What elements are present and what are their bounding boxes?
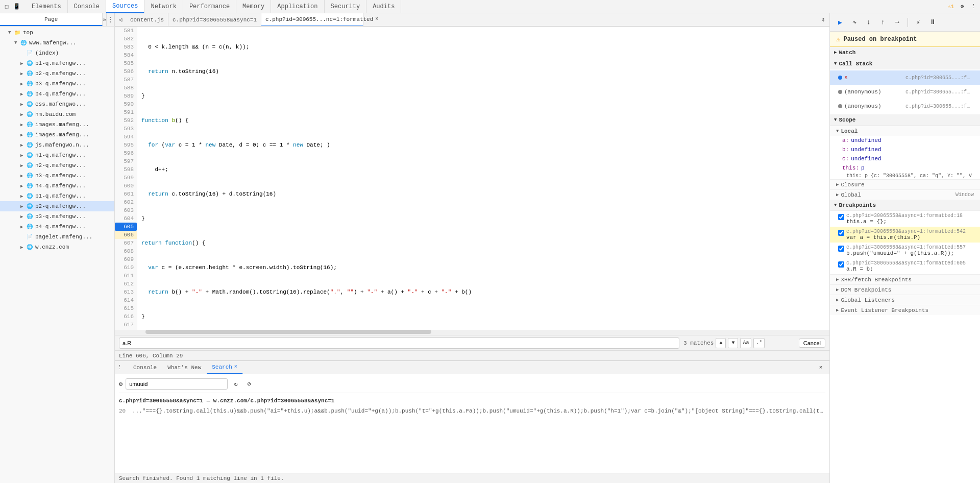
inspect-icon[interactable]: ⬚ [2,2,11,11]
tree-item-js[interactable]: ▶🌐js.mafengwo.n... [0,140,114,150]
tab-network[interactable]: Network [144,0,183,13]
call-stack-item-anon1[interactable]: (anonymous) c.php?id=300655...:formatted… [830,85,980,99]
paused-banner: ⚠ Paused on breakpoint [830,32,980,47]
step-over-btn[interactable]: ↷ [848,16,861,29]
tree-item-index[interactable]: ▶📄(index) [0,48,114,58]
tree-item-p3[interactable]: ▶🌐p3-q.mafengw... [0,211,114,222]
global-listeners-section[interactable]: ▶ Global Listeners [830,295,980,305]
bp-item-4[interactable]: c.php?id=30065558&async=1:formatted:605 … [830,258,980,274]
tree-item-b4[interactable]: ▶🌐b4-q.mafengw... [0,89,114,99]
resume-btn[interactable]: ▶ [834,16,846,29]
search-refresh-btn[interactable]: ↻ [231,379,241,389]
line-numbers: 581 582 583 584 585 586 587 588 589 590 … [115,27,137,335]
search-tab-close[interactable]: × [234,364,237,370]
more-menu-icon[interactable]: ⋮ [969,2,978,11]
deactivate-breakpoints-btn[interactable]: ⚡ [912,16,924,29]
settings-icon[interactable]: ⚙ [958,2,967,11]
breakpoints-section-header[interactable]: ▼ Breakpoints [830,200,980,211]
search-result-line[interactable]: 20 ..."==={}.toString.call(this.u)&&b.pu… [119,406,825,416]
call-stack-dot-anon2 [838,104,842,108]
watch-section-header[interactable]: ▶ Watch [830,47,980,58]
match-case-btn[interactable]: Aa [740,338,751,348]
scope-section-header[interactable]: ▼ Scope [830,114,980,126]
sidebar-page-tab[interactable]: Page [0,13,103,26]
tab-memory[interactable]: Memory [236,0,271,13]
tree-item-p1[interactable]: ▶🌐p1-q.mafengw... [0,191,114,201]
tab-security[interactable]: Security [325,0,367,13]
call-stack-section-header[interactable]: ▼ Call Stack [830,58,980,69]
scope-var-c[interactable]: c:undefined [830,154,980,163]
tab-sources[interactable]: Sources [106,0,144,13]
tree-item-cnzz[interactable]: ▶🌐w.cnzz.com [0,242,114,252]
closure-section[interactable]: ▶ Closure [830,179,980,189]
step-into-btn[interactable]: ↓ [863,16,875,29]
tree-item-n4[interactable]: ▶🌐n4-q.mafengw... [0,181,114,191]
tab-performance[interactable]: Performance [183,0,236,13]
local-scope-header[interactable]: ▼ Local [830,126,980,136]
call-stack-item-anon2[interactable]: (anonymous) c.php?id=300655...:formatted… [830,99,980,113]
tree-item-top[interactable]: ▼📁top [0,28,114,38]
editor-tab-async[interactable]: c.php?id=30065558&async=1 [168,13,261,27]
tree-item-p4[interactable]: ▶🌐p4-q.mafengw... [0,222,114,232]
bottom-tab-search[interactable]: Search × [207,361,243,374]
sidebar-more-tab[interactable]: » [103,13,107,26]
tab-elements[interactable]: Elements [26,0,68,13]
sidebar-menu-icon[interactable]: ⋮ [107,13,114,26]
device-toolbar-icon[interactable]: 📱 [12,2,21,11]
tree-item-pagelet[interactable]: ▶📄pagelet.mafeng... [0,232,114,242]
tree-item-n1[interactable]: ▶🌐n1-q.mafengw... [0,150,114,160]
tree-item-b1[interactable]: ▶🌐b1-q.mafengw... [0,58,114,68]
bp-item-2[interactable]: c.php?id=30065558&async=1:formatted:542 … [830,227,980,243]
scope-var-this-detail[interactable]: this: p {c: "30065558", ca: "q", Y: "", … [830,173,973,179]
paused-warning-icon: ⚠ [836,35,840,43]
call-stack-item-s[interactable]: s c.php?id=300655...:formatted:542 [830,70,980,85]
paused-message: Paused on breakpoint [843,36,917,43]
tab-audits[interactable]: Audits [366,0,401,13]
tree-item-img2[interactable]: ▶🌐images.mafeng... [0,130,114,140]
bottom-tab-whatsnew[interactable]: What's New [162,361,207,374]
editor-search-input[interactable] [119,337,679,349]
tree-item-css[interactable]: ▶🌐css.mafengwo... [0,99,114,109]
bottom-panel-close[interactable]: × [816,363,825,372]
bottom-search-input[interactable] [126,378,228,390]
tree-item-n3[interactable]: ▶🌐n3-q.mafengw... [0,171,114,181]
bottom-panel-content: ⚙ ↻ ⊘ c.php?id=30065558&async=1 — w.cnzz… [115,374,829,473]
cursor-position: Line 606, Column 29 [119,353,183,359]
scope-var-this[interactable]: this:p [830,163,980,173]
bottom-tab-console[interactable]: Console [128,361,162,374]
search-prev-btn[interactable]: ▲ [716,338,726,348]
tree-item-img1[interactable]: ▶🌐images.mafeng... [0,119,114,130]
tree-item-b3[interactable]: ▶🌐b3-q.mafengw... [0,79,114,89]
xhr-breakpoints-section[interactable]: ▶ XHR/fetch Breakpoints [830,274,980,284]
editor-expand-icon[interactable]: ⇕ [817,13,829,27]
tree-item-baidu[interactable]: ▶🌐hm.baidu.com [0,109,114,119]
tree-item-p2[interactable]: ▶🌐p2-q.mafengw... [0,201,114,211]
scope-vars: a:undefined b:undefined c:undefined this… [830,136,980,179]
editor-tab-content-js[interactable]: content.js [126,13,168,27]
tree-item-domain-main[interactable]: ▼🌐www.mafengw... [0,38,114,48]
scope-var-a[interactable]: a:undefined [830,136,980,145]
tree-item-b2[interactable]: ▶🌐b2-q.mafengw... [0,68,114,79]
code-editor[interactable]: 581 582 583 584 585 586 587 588 589 590 … [115,27,829,335]
global-section[interactable]: ▶ Global Window [830,189,980,200]
bp-item-1[interactable]: c.php?id=30065558&async=1:formatted:18 t… [830,211,980,227]
search-cancel-button[interactable]: Cancel [799,339,825,348]
bp-item-3[interactable]: c.php?id=30065558&async=1:formatted:557 … [830,243,980,258]
regex-btn[interactable]: .* [753,338,765,348]
code-content[interactable]: 0 < k.length && (n = c(n, k)); return n.… [137,27,829,335]
search-next-btn[interactable]: ▼ [728,338,738,348]
tab-close-icon[interactable]: × [375,16,378,23]
bottom-tab-toggle[interactable]: ⋮ [117,364,126,371]
dom-breakpoints-section[interactable]: ▶ DOM Breakpoints [830,284,980,295]
tree-item-n2[interactable]: ▶🌐n2-q.mafengw... [0,160,114,171]
search-clear-btn[interactable]: ⊘ [244,379,254,389]
scope-var-b[interactable]: b:undefined [830,145,980,154]
editor-collapse-icon[interactable]: ◁ [115,15,126,25]
editor-tab-formatted[interactable]: c.php?id=300655...nc=1:formatted × [261,13,363,27]
step-btn[interactable]: → [891,16,903,29]
tab-application[interactable]: Application [271,0,324,13]
step-out-btn[interactable]: ↑ [877,16,889,29]
tab-console[interactable]: Console [68,0,106,13]
pause-on-exception-btn[interactable]: ⏸ [926,16,939,29]
event-listeners-section[interactable]: ▶ Event Listener Breakpoints [830,305,980,315]
